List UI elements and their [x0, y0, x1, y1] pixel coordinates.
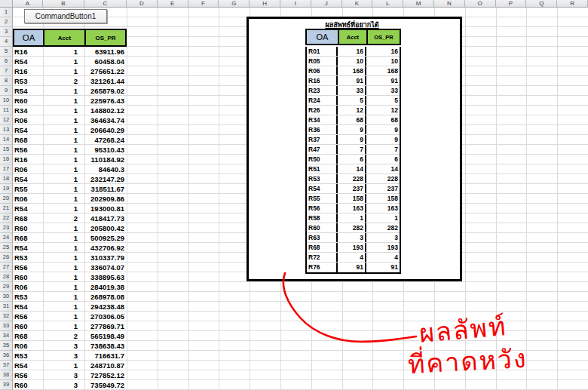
cell[interactable]: R60: [13, 272, 43, 282]
left-header-cell-OS_PR[interactable]: OS_PR: [84, 30, 125, 45]
row-header-37[interactable]: 37: [0, 361, 13, 370]
cell[interactable]: 500925.29: [84, 233, 127, 243]
cell[interactable]: R06: [13, 194, 43, 204]
cell[interactable]: 321261.44: [84, 76, 127, 86]
left-header-cell-OA[interactable]: OA: [14, 30, 43, 45]
cell[interactable]: 1: [43, 292, 84, 302]
column-header-J[interactable]: J: [311, 0, 342, 8]
cell[interactable]: 310337.79: [84, 253, 127, 263]
cell[interactable]: 60458.04: [84, 57, 127, 66]
column-header-P[interactable]: P: [496, 0, 527, 8]
row-header-25[interactable]: 25: [0, 243, 13, 253]
row-header-5[interactable]: 5: [0, 47, 13, 57]
row-header-11[interactable]: 11: [0, 106, 13, 115]
cell[interactable]: 1: [43, 106, 84, 115]
cell[interactable]: 206640.29: [84, 125, 127, 135]
row-header-32[interactable]: 32: [0, 312, 13, 321]
cell[interactable]: 1: [43, 57, 84, 66]
cell[interactable]: 418417.73: [84, 213, 127, 223]
cell[interactable]: 110184.92: [84, 155, 127, 164]
cell[interactable]: 1: [43, 204, 84, 213]
column-header-B[interactable]: B: [43, 0, 84, 8]
cell[interactable]: 1: [43, 194, 84, 204]
cell[interactable]: 277869.71: [84, 321, 127, 331]
cell[interactable]: 727852.12: [84, 370, 127, 380]
cell[interactable]: R56: [13, 370, 43, 380]
cell[interactable]: 2: [43, 213, 84, 223]
cell[interactable]: 1: [43, 174, 84, 184]
column-header-R[interactable]: R: [557, 0, 588, 8]
cell[interactable]: 338895.63: [84, 272, 127, 282]
cell[interactable]: R16: [13, 66, 43, 76]
cell[interactable]: R53: [13, 76, 43, 86]
cell[interactable]: R55: [13, 184, 43, 194]
row-header-21[interactable]: 21: [0, 204, 13, 213]
row-header-30[interactable]: 30: [0, 292, 13, 302]
cell[interactable]: 232147.29: [84, 174, 127, 184]
cell[interactable]: 1: [43, 184, 84, 194]
column-header-G[interactable]: G: [219, 0, 250, 8]
column-header-N[interactable]: N: [434, 0, 465, 8]
cell[interactable]: 1: [43, 282, 84, 292]
column-header-Q[interactable]: Q: [526, 0, 557, 8]
cell[interactable]: 735949.72: [84, 380, 127, 390]
cell[interactable]: R54: [13, 204, 43, 213]
command-button[interactable]: CommandButton1: [24, 9, 107, 23]
cell[interactable]: 432706.92: [84, 243, 127, 253]
cell[interactable]: R60: [13, 380, 43, 390]
cell[interactable]: 1: [43, 125, 84, 135]
cell[interactable]: R53: [13, 253, 43, 263]
cell[interactable]: 318511.67: [84, 184, 127, 194]
left-table-header[interactable]: OAAcctOS_PR: [13, 29, 127, 47]
row-header-16[interactable]: 16: [0, 155, 13, 164]
row-header-28[interactable]: 28: [0, 272, 13, 282]
cell[interactable]: 3: [43, 380, 84, 390]
cell[interactable]: R56: [13, 312, 43, 321]
cell[interactable]: 193000.81: [84, 204, 127, 213]
cell[interactable]: 1: [43, 233, 84, 243]
row-header-27[interactable]: 27: [0, 263, 13, 272]
row-header-22[interactable]: 22: [0, 213, 13, 223]
cell[interactable]: R06: [13, 282, 43, 292]
cell[interactable]: R06: [13, 164, 43, 174]
cell[interactable]: R68: [13, 213, 43, 223]
cell[interactable]: R06: [13, 341, 43, 351]
cell[interactable]: 1: [43, 155, 84, 164]
row-header-36[interactable]: 36: [0, 351, 13, 361]
cell[interactable]: 248710.87: [84, 361, 127, 370]
cell[interactable]: R60: [13, 96, 43, 106]
cell[interactable]: 47268.24: [84, 135, 127, 145]
cell[interactable]: R53: [13, 351, 43, 361]
cell[interactable]: 1: [43, 164, 84, 174]
cell[interactable]: 95310.43: [84, 145, 127, 155]
cell[interactable]: 1: [43, 145, 84, 155]
row-header-9[interactable]: 9: [0, 86, 13, 96]
cell[interactable]: 1: [43, 272, 84, 282]
row-header-7[interactable]: 7: [0, 66, 13, 76]
cell[interactable]: 294238.48: [84, 302, 127, 312]
cell[interactable]: 336074.07: [84, 263, 127, 272]
cell[interactable]: 364634.74: [84, 115, 127, 125]
cell[interactable]: 205800.42: [84, 223, 127, 233]
row-header-23[interactable]: 23: [0, 223, 13, 233]
cell[interactable]: 268978.08: [84, 292, 127, 302]
cell[interactable]: R68: [13, 331, 43, 341]
row-header-14[interactable]: 14: [0, 135, 13, 145]
cell[interactable]: R16: [13, 47, 43, 57]
cell[interactable]: 225976.43: [84, 96, 127, 106]
column-header-I[interactable]: I: [280, 0, 311, 8]
row-header-12[interactable]: 12: [0, 115, 13, 125]
column-header-O[interactable]: O: [465, 0, 496, 8]
cell[interactable]: 3: [43, 370, 84, 380]
row-header-34[interactable]: 34: [0, 331, 13, 341]
column-header-H[interactable]: H: [250, 0, 280, 8]
row-header-1[interactable]: 1: [0, 8, 13, 17]
row-header-13[interactable]: 13: [0, 125, 13, 135]
left-header-cell-Acct[interactable]: Acct: [43, 30, 84, 45]
row-header-8[interactable]: 8: [0, 76, 13, 86]
select-all-corner[interactable]: [0, 0, 13, 8]
column-header-E[interactable]: E: [158, 0, 188, 8]
cell[interactable]: R56: [13, 263, 43, 272]
cell[interactable]: R54: [13, 174, 43, 184]
row-header-19[interactable]: 19: [0, 184, 13, 194]
